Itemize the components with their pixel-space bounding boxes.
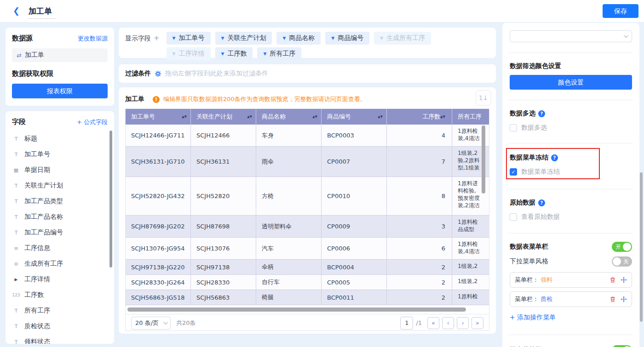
field-item-date[interactable]: ▦单据日期 xyxy=(12,162,108,178)
sort-arrows-icon[interactable]: ▲▼ xyxy=(182,116,187,118)
column-header-product-code[interactable]: 商品编号▲▼ xyxy=(322,109,387,125)
menu-freeze-checkbox-row[interactable]: ✓ 数据菜单冻结 xyxy=(510,168,632,176)
datasource-item[interactable]: ⇄ 加工单 xyxy=(12,48,108,62)
color-setting-button[interactable]: 颜色设置 xyxy=(510,75,632,90)
checkbox-unchecked-icon[interactable] xyxy=(510,213,517,221)
help-icon[interactable]: ? xyxy=(538,199,545,206)
cell-plan: SCJH36131 xyxy=(191,147,256,177)
last-page-button[interactable]: » xyxy=(472,317,483,329)
page-scrollbar[interactable] xyxy=(640,172,643,322)
checkbox-unchecked-icon[interactable] xyxy=(510,124,517,131)
field-item-title[interactable]: T标题 xyxy=(12,131,108,147)
menu-item-qc[interactable]: 菜单栏： 质检 xyxy=(510,291,632,307)
gear-icon[interactable] xyxy=(155,70,161,77)
column-header-order-no[interactable]: 加工单号▲▼ xyxy=(126,109,191,125)
field-item-proc-detail[interactable]: ▶工序详情 xyxy=(12,272,108,287)
cell-count: 3 xyxy=(387,216,452,238)
trash-icon[interactable] xyxy=(610,277,616,283)
table-row: SCJH36131-JG710 SCJH36131 雨伞 CP0007 7 1组… xyxy=(126,147,489,177)
report-permission-button[interactable]: 报表权限 xyxy=(12,84,108,98)
data-grid: 加工单号▲▼ 关联生产计划▲▼ 商品名称▲▼ 商品编号▲▼ 工序数▲▼ 所有工序… xyxy=(125,108,489,331)
sort-arrows-icon[interactable]: ▲▼ xyxy=(247,116,252,118)
checkbox-checked-icon[interactable]: ✓ xyxy=(510,168,517,176)
tag-product-code[interactable]: ▼商品编号 xyxy=(325,32,369,45)
field-item-qc-status[interactable]: T质检状态 xyxy=(12,319,108,334)
field-item-all-procs[interactable]: T所有工序 xyxy=(12,303,108,319)
divider xyxy=(509,143,633,143)
settings-dropdown[interactable] xyxy=(510,30,632,42)
cell-code: CP0009 xyxy=(322,216,387,238)
cell-procs: 1原料检 品成型 xyxy=(452,216,489,238)
sort-arrows-icon[interactable]: ▲▼ xyxy=(440,116,445,118)
cell-procs: 1组装,2 xyxy=(452,260,489,275)
tag-plan[interactable]: ▼关联生产计划 xyxy=(215,32,272,45)
multi-select-checkbox-row[interactable]: 数据多选 xyxy=(510,124,632,132)
menu-item-picking[interactable]: 菜单栏： 领料 xyxy=(510,272,632,288)
column-header-plan[interactable]: 关联生产计划▲▼ xyxy=(191,109,256,125)
cell-plan: SCJH13076 xyxy=(191,238,256,260)
dropdown-style-toggle-off[interactable]: 关 xyxy=(612,256,632,267)
report-menubar-toggle-on[interactable]: 开 xyxy=(612,345,632,347)
trash-icon[interactable] xyxy=(610,296,616,302)
next-page-button[interactable]: › xyxy=(457,317,469,329)
divider xyxy=(509,189,633,189)
column-label: 加工单号 xyxy=(131,113,155,121)
table-row: SCJH87698-JG202 SCJH87698 透明塑料伞 CP0009 3… xyxy=(126,216,489,238)
field-item-gen-procs[interactable]: ⊖生成所有工序 xyxy=(12,256,108,272)
first-page-button[interactable]: « xyxy=(427,317,439,329)
divider xyxy=(509,52,633,53)
back-icon[interactable]: ❮ xyxy=(13,6,20,16)
sort-order-tool[interactable]: 1↓ xyxy=(477,91,490,105)
page-size-select[interactable]: 20 条/页 xyxy=(131,317,171,330)
tag-label: 工序数 xyxy=(227,50,247,58)
tag-label: 商品名称 xyxy=(289,34,315,42)
caret-down-icon: ▼ xyxy=(221,51,224,56)
pagination-bar: 20 条/页 共20条 1 /1 « ‹ › » xyxy=(126,314,489,331)
menu-prefix: 菜单栏： xyxy=(515,276,539,284)
raw-data-checkbox-row[interactable]: 查看原始数据 xyxy=(510,213,632,221)
move-icon[interactable] xyxy=(621,296,627,302)
tag-gen-procs[interactable]: ▼生成所有工序 xyxy=(374,32,431,45)
display-fields-panel: 显示字段 + ▼加工单号 ▼关联生产计划 ▼商品名称 ▼商品编号 ▼生成所有工序… xyxy=(119,28,496,58)
column-header-product-name[interactable]: 商品名称▲▼ xyxy=(256,109,322,125)
table-vertical-scrollbar[interactable] xyxy=(482,125,485,193)
table-horizontal-scrollbar[interactable] xyxy=(127,307,466,312)
display-fields-label: 显示字段 xyxy=(125,31,151,54)
add-formula-field-link[interactable]: + 公式字段 xyxy=(77,118,108,126)
current-page-input[interactable]: 1 xyxy=(400,317,413,330)
tag-product-name[interactable]: ▼商品名称 xyxy=(276,32,321,45)
caret-down-icon: ▼ xyxy=(331,36,334,40)
field-item-order-no[interactable]: T加工单号 xyxy=(12,147,108,162)
field-label: 领料状态 xyxy=(24,338,50,344)
help-icon[interactable]: ? xyxy=(551,154,558,161)
field-item-plan[interactable]: T关联生产计划 xyxy=(12,178,108,193)
caret-down-icon: ▼ xyxy=(221,36,224,40)
tag-proc-count[interactable]: ▼工序数 xyxy=(215,47,253,60)
field-item-proc-info[interactable]: ≡工序信息 xyxy=(12,240,108,256)
tag-proc-detail[interactable]: ▼工序详情 xyxy=(167,47,211,60)
column-header-all-procs[interactable]: 所有工序 xyxy=(452,109,489,125)
cell-order: SCJH36131-JG710 xyxy=(126,147,191,177)
save-button[interactable]: 保存 xyxy=(603,4,638,18)
help-icon[interactable]: ? xyxy=(538,110,545,117)
cell-count: 7 xyxy=(387,147,452,177)
column-header-proc-count[interactable]: 工序数▲▼ xyxy=(387,109,452,125)
fields-scrollbar[interactable] xyxy=(109,131,112,267)
cell-procs: 1原料检 xyxy=(452,290,489,305)
field-item-product-type[interactable]: T加工产品类型 xyxy=(12,193,108,209)
field-item-product-code[interactable]: T加工产品编号 xyxy=(12,225,108,240)
tag-order-no[interactable]: ▼加工单号 xyxy=(167,32,211,45)
add-action-menu-link[interactable]: + 添加操作菜单 xyxy=(510,313,632,322)
sort-arrows-icon[interactable]: ▲▼ xyxy=(378,116,383,118)
menubar-toggle-on[interactable]: 开 xyxy=(612,242,632,252)
prev-page-button[interactable]: ‹ xyxy=(442,317,454,329)
tag-label: 加工单号 xyxy=(179,34,205,42)
field-item-pick-status[interactable]: T领料状态 xyxy=(12,334,108,344)
tag-all-procs[interactable]: ▼所有工序 xyxy=(257,47,301,60)
change-datasource-link[interactable]: 更改数据源 xyxy=(78,34,108,43)
move-icon[interactable] xyxy=(621,277,627,283)
add-display-field-icon[interactable]: + xyxy=(154,31,160,54)
field-item-proc-count[interactable]: 123工序数 xyxy=(12,287,108,303)
sort-arrows-icon[interactable]: ▲▼ xyxy=(312,116,317,118)
field-item-product-name[interactable]: T加工产品名称 xyxy=(12,209,108,225)
